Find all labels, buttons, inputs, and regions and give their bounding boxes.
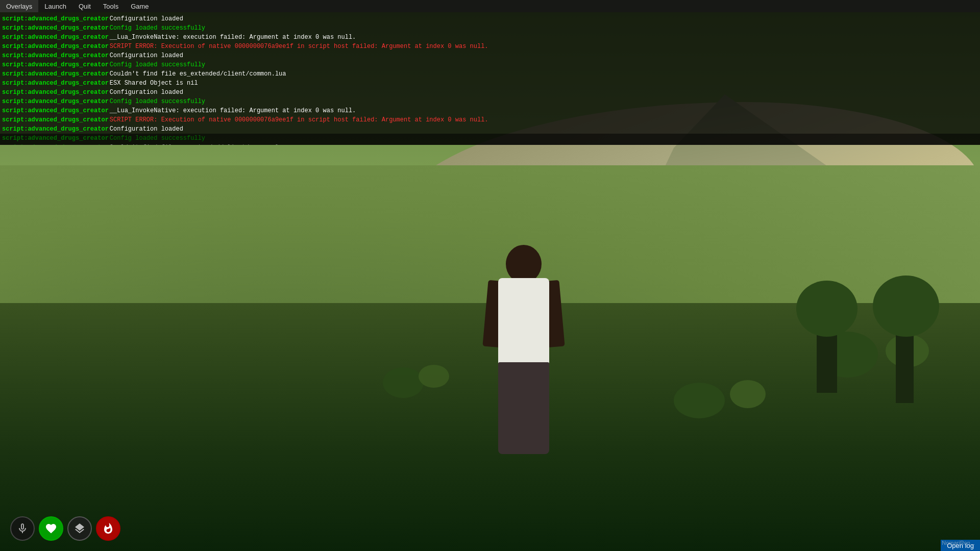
char-body [498,278,549,365]
log-line: script:advanced_drugs_creator Config loa… [0,60,980,69]
log-prefix: script:advanced_drugs_creator [2,69,109,79]
menu-overlays[interactable]: Overlays [0,0,38,12]
bush-1 [383,367,424,398]
log-prefix: script:advanced_drugs_creator [2,124,109,134]
tree-trunk-1 [817,321,837,393]
log-line: script:advanced_drugs_creator Configurat… [0,124,980,134]
log-prefix: script:advanced_drugs_creator [2,60,109,69]
bush-3 [674,383,725,418]
log-line: script:advanced_drugs_creator Config loa… [0,23,980,33]
log-line: script:advanced_drugs_creator Couldn't f… [0,69,980,79]
watermark: NomariRon... [942,540,975,546]
character [468,245,580,459]
char-head [506,245,542,283]
console-input[interactable] [0,136,980,143]
menu-tools[interactable]: Tools [97,0,125,12]
log-message: Configuration loaded [110,14,183,23]
layers-icon [74,522,86,535]
menu-bar: Overlays Launch Quit Tools Game [0,0,980,12]
heart-icon [45,522,57,535]
log-line: script:advanced_drugs_creator __Lua_Invo… [0,33,980,42]
log-message: Config loaded successfully [110,60,205,69]
log-message: __Lua_InvokeNative: execution failed: Ar… [110,33,356,42]
log-prefix: script:advanced_drugs_creator [2,79,109,88]
menu-quit[interactable]: Quit [72,0,97,12]
bush-4 [730,380,766,408]
log-message: Configuration loaded [110,88,183,97]
log-prefix: script:advanced_drugs_creator [2,51,109,60]
log-line: script:advanced_drugs_creator SCRIPT ERR… [0,42,980,51]
hud-icons [10,516,120,541]
log-line: script:advanced_drugs_creator Configurat… [0,88,980,97]
bush-2 [419,365,449,388]
log-message: SCRIPT ERROR: Execution of native 000000… [110,42,488,51]
log-message: Config loaded successfully [110,97,205,106]
log-message: Configuration loaded [110,51,183,60]
console-area: script:advanced_drugs_creator Configurat… [0,12,980,145]
log-message: Couldn't find file es_extended/client/co… [110,69,286,79]
log-message: ESX Shared Object is nil [110,79,198,88]
log-prefix: script:advanced_drugs_creator [2,97,109,106]
console-input-line[interactable] [0,134,980,145]
log-message: SCRIPT ERROR: Execution of native 000000… [110,115,488,124]
log-message: __Lua_InvokeNative: execution failed: Ar… [110,106,356,115]
log-prefix: script:advanced_drugs_creator [2,88,109,97]
log-message: Configuration loaded [110,124,183,134]
log-prefix: script:advanced_drugs_creator [2,23,109,33]
log-prefix: script:advanced_drugs_creator [2,33,109,42]
layers-icon-button[interactable] [67,516,92,541]
log-line: script:advanced_drugs_creator Config loa… [0,97,980,106]
log-prefix: script:advanced_drugs_creator [2,115,109,124]
log-prefix: script:advanced_drugs_creator [2,42,109,51]
log-line: script:advanced_drugs_creator Configurat… [0,51,980,60]
fire-icon-button[interactable] [96,516,120,541]
tree-trunk-2 [896,321,914,403]
microphone-icon [16,522,29,535]
log-lines: script:advanced_drugs_creator Configurat… [0,14,980,145]
log-line: script:advanced_drugs_creator ESX Shared… [0,79,980,88]
fire-icon [102,522,114,535]
log-message: Config loaded successfully [110,23,205,33]
char-legs [498,362,549,454]
microphone-icon-button[interactable] [10,516,35,541]
log-line: script:advanced_drugs_creator __Lua_Invo… [0,106,980,115]
log-prefix: script:advanced_drugs_creator [2,106,109,115]
menu-game[interactable]: Game [125,0,155,12]
log-line: script:advanced_drugs_creator Configurat… [0,14,980,23]
log-prefix: script:advanced_drugs_creator [2,14,109,23]
menu-launch[interactable]: Launch [38,0,72,12]
heart-icon-button[interactable] [39,516,63,541]
log-line: script:advanced_drugs_creator SCRIPT ERR… [0,115,980,124]
